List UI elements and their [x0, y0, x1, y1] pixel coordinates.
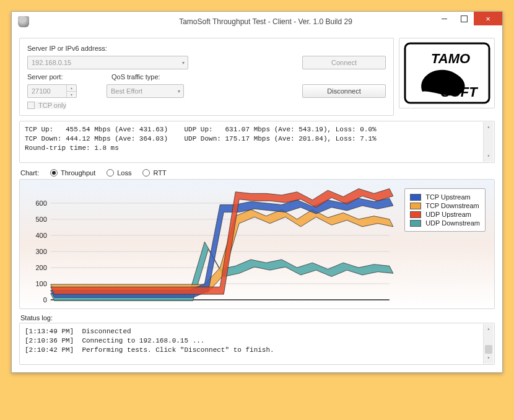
svg-text:0: 0	[43, 296, 47, 304]
stats-text: TCP Up: 455.54 Mbps (Ave: 431.63) UDP Up…	[25, 126, 377, 152]
server-port-value: 27100	[32, 87, 51, 95]
radio-loss[interactable]: Loss	[107, 169, 131, 177]
legend-item: UDP Downstream	[410, 219, 480, 227]
swatch-icon	[410, 203, 421, 209]
stats-scrollbar[interactable]: ▴▾	[483, 122, 494, 162]
chart-options: Chart: Throughput Loss RTT	[20, 169, 495, 177]
status-log: [1:13:49 PM] Disconnected [2:10:36 PM] C…	[19, 323, 495, 365]
maximize-button[interactable]	[454, 12, 474, 25]
chevron-down-icon: ▾	[178, 89, 180, 94]
server-ip-value: 192.168.0.15	[32, 59, 71, 66]
svg-text:600: 600	[36, 199, 47, 207]
chart-label: Chart:	[20, 169, 39, 177]
svg-text:SOFT: SOFT	[441, 84, 478, 100]
server-port-label: Server port:	[27, 73, 107, 81]
connection-group: Server IP or IPv6 address: 192.168.0.15 …	[19, 38, 394, 116]
tcp-only-checkbox: TCP only	[27, 102, 66, 109]
svg-text:300: 300	[36, 248, 47, 255]
app-icon	[18, 16, 29, 27]
legend-item: UDP Upstream	[410, 210, 480, 219]
qos-select: Best Effort ▾	[107, 84, 184, 98]
stats-panel: TCP Up: 455.54 Mbps (Ave: 431.63) UDP Up…	[19, 121, 495, 163]
connect-button: Connect	[302, 56, 386, 69]
scroll-up-icon[interactable]: ▴	[487, 324, 490, 335]
tcp-only-label: TCP only	[38, 102, 66, 109]
server-ip-label: Server IP or IPv6 address:	[27, 45, 107, 52]
scroll-thumb[interactable]	[485, 345, 492, 354]
status-log-text: [1:13:49 PM] Disconnected [2:10:36 PM] C…	[25, 328, 274, 354]
legend-item: TCP Downstream	[410, 201, 480, 210]
status-log-label: Status log:	[20, 314, 495, 322]
window-title: TamoSoft Throughput Test - Client - Ver.…	[29, 17, 502, 26]
radio-icon	[107, 169, 114, 177]
svg-text:TAMO: TAMO	[431, 51, 470, 66]
swatch-icon	[410, 194, 421, 201]
svg-text:400: 400	[36, 232, 47, 239]
scroll-down-icon[interactable]: ▾	[487, 353, 490, 364]
swatch-icon	[410, 211, 421, 218]
svg-text:200: 200	[36, 264, 47, 271]
qos-label: QoS traffic type:	[111, 73, 160, 81]
radio-icon	[50, 169, 58, 177]
window-buttons	[434, 12, 502, 25]
chart-panel: 0100200300400500600 TCP Upstream TCP Dow…	[19, 179, 495, 309]
close-button[interactable]	[474, 12, 502, 25]
swatch-icon	[410, 220, 421, 227]
disconnect-button[interactable]: Disconnect	[302, 84, 386, 98]
server-port-input: 27100 ▴▾	[27, 84, 77, 98]
client-area: Server IP or IPv6 address: 192.168.0.15 …	[12, 32, 502, 372]
logo: TAMO SOFT	[399, 38, 495, 108]
spinner-icon: ▴▾	[66, 85, 76, 97]
radio-icon	[142, 169, 150, 177]
titlebar[interactable]: TamoSoft Throughput Test - Client - Ver.…	[12, 12, 502, 32]
chart-legend: TCP Upstream TCP Downstream UDP Upstream…	[404, 188, 486, 232]
scroll-down-icon[interactable]: ▾	[487, 151, 490, 162]
status-scrollbar[interactable]: ▴▾	[483, 324, 494, 364]
radio-rtt[interactable]: RTT	[142, 169, 166, 177]
radio-throughput[interactable]: Throughput	[50, 169, 95, 177]
chevron-down-icon: ▾	[182, 60, 185, 66]
svg-text:100: 100	[36, 280, 47, 287]
qos-value: Best Effort	[111, 87, 142, 95]
legend-item: TCP Upstream	[410, 193, 480, 201]
svg-text:500: 500	[36, 216, 47, 223]
minimize-button[interactable]	[434, 12, 454, 25]
tamosoft-logo-icon: TAMO SOFT	[404, 42, 490, 104]
app-window: TamoSoft Throughput Test - Client - Ver.…	[11, 11, 503, 373]
server-ip-input: 192.168.0.15 ▾	[27, 56, 188, 69]
scroll-up-icon[interactable]: ▴	[487, 122, 490, 133]
checkbox-icon	[27, 102, 35, 109]
